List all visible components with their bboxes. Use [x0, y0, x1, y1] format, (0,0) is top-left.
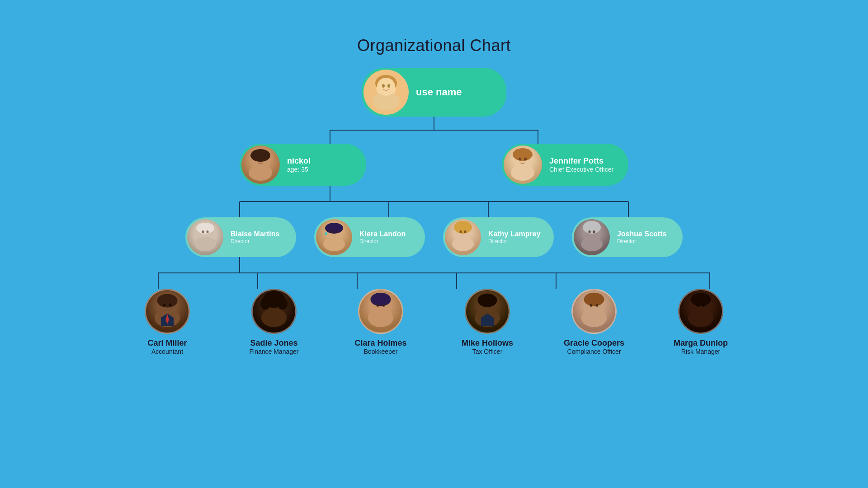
- svg-point-11: [249, 164, 272, 181]
- connector-l2-l3: [118, 257, 750, 289]
- connector-root-l1: [118, 117, 750, 144]
- svg-point-71: [370, 293, 391, 306]
- connector-l1-l2: [118, 186, 750, 217]
- svg-point-45: [589, 230, 591, 233]
- page-title: Organizational Chart: [0, 0, 868, 55]
- svg-point-57: [157, 294, 177, 307]
- level2-avatar-0: [187, 219, 223, 255]
- level3-name-5: Marga Dunlop: [674, 338, 728, 348]
- level3-avatar-4: [571, 289, 617, 334]
- level2-node-1-text: Kiera Landon Director: [354, 226, 416, 248]
- svg-point-17: [513, 148, 533, 161]
- svg-point-73: [382, 304, 385, 307]
- level2-avatar-1: [316, 219, 352, 255]
- level3-avatar-3: [465, 289, 510, 334]
- level1-name-1: Jennifer Potts: [549, 156, 613, 166]
- level3-name-2: Clara Holmes: [354, 338, 406, 348]
- svg-point-16: [511, 164, 534, 181]
- svg-point-33: [325, 223, 343, 234]
- level1-node-0[interactable]: nickol age: 35: [240, 144, 366, 186]
- svg-point-4: [382, 84, 385, 88]
- svg-point-41: [464, 230, 467, 233]
- level3-avatar-5: [678, 289, 723, 334]
- level3-avatar-2: [358, 289, 403, 334]
- level2-role-2: Director: [488, 238, 541, 244]
- level2-node-2[interactable]: Kathy Lamprey Director: [443, 217, 554, 257]
- level3-role-5: Risk Manager: [681, 348, 720, 355]
- svg-point-86: [688, 308, 713, 327]
- level2-node-3-text: Joshua Scotts Director: [612, 226, 677, 248]
- level3-item-1[interactable]: Sadie Jones Finance Manager: [224, 289, 324, 355]
- svg-point-30: [207, 230, 209, 233]
- level3-role-0: Accountant: [151, 348, 183, 355]
- level2-role-1: Director: [359, 238, 406, 244]
- svg-point-36: [325, 232, 327, 235]
- level-2-row: Blaise Martins Director: [185, 217, 683, 257]
- svg-point-76: [477, 294, 497, 307]
- level3-name-4: Gracie Coopers: [564, 338, 624, 348]
- level3-avatar-0: [145, 289, 190, 334]
- level3-avatar-1: [251, 289, 297, 334]
- level-0-row: use name: [118, 68, 750, 117]
- root-name: use name: [416, 86, 462, 98]
- root-node[interactable]: use name: [362, 68, 506, 117]
- svg-point-68: [276, 304, 278, 307]
- level3-name-0: Carl Miller: [147, 338, 187, 348]
- level1-node-0-text: nickol age: 35: [282, 153, 321, 177]
- svg-point-66: [278, 298, 288, 310]
- svg-point-63: [261, 308, 287, 327]
- svg-point-88: [697, 304, 699, 307]
- level2-role-0: Director: [231, 238, 279, 244]
- svg-point-70: [368, 308, 393, 327]
- svg-point-32: [323, 237, 345, 251]
- level3-role-3: Tax Officer: [472, 348, 503, 355]
- level2-name-3: Joshua Scotts: [617, 230, 666, 238]
- svg-point-46: [593, 230, 595, 233]
- chart-wrapper: use name: [118, 68, 750, 355]
- svg-point-34: [331, 230, 333, 233]
- svg-point-18: [519, 158, 521, 161]
- level3-role-2: Bookkeeper: [364, 348, 398, 355]
- svg-point-27: [194, 237, 216, 251]
- svg-point-78: [489, 304, 492, 307]
- svg-point-5: [387, 84, 390, 88]
- level3-name-1: Sadie Jones: [250, 338, 297, 348]
- level2-avatar-2: [445, 219, 481, 255]
- level1-avatar-1: [504, 145, 542, 184]
- level2-node-0-text: Blaise Martins Director: [225, 226, 290, 248]
- level1-role-0: age: 35: [287, 166, 311, 173]
- level2-node-3[interactable]: Joshua Scotts Director: [572, 217, 683, 257]
- svg-point-82: [584, 293, 604, 306]
- svg-point-84: [596, 304, 599, 307]
- svg-point-14: [262, 158, 264, 161]
- svg-point-19: [524, 158, 527, 161]
- level3-item-4[interactable]: Gracie Coopers Compliance Officer: [544, 289, 644, 355]
- level1-name-0: nickol: [287, 156, 311, 166]
- level-1-row: nickol age: 35 Jennifer Potts: [240, 144, 628, 186]
- level3-item-5[interactable]: Marga Dunlop Risk Manager: [651, 289, 750, 355]
- level1-node-1-text: Jennifer Potts Chief Executive Officer: [544, 153, 624, 177]
- svg-point-59: [169, 304, 172, 307]
- svg-point-65: [260, 298, 271, 310]
- level2-avatar-3: [574, 219, 610, 255]
- level2-node-0[interactable]: Blaise Martins Director: [185, 217, 296, 257]
- level3-role-1: Finance Manager: [250, 348, 299, 355]
- level3-item-2[interactable]: Clara Holmes Bookkeeper: [331, 289, 430, 355]
- svg-rect-79: [481, 318, 494, 326]
- svg-point-39: [454, 221, 472, 234]
- svg-point-29: [202, 230, 204, 233]
- level1-avatar-0: [241, 145, 280, 184]
- svg-point-87: [690, 293, 711, 306]
- level2-node-1[interactable]: Kiera Landon Director: [314, 217, 425, 257]
- svg-point-58: [163, 304, 166, 307]
- svg-point-28: [196, 223, 214, 234]
- level2-name-0: Blaise Martins: [231, 230, 279, 238]
- svg-point-3: [377, 78, 395, 96]
- level1-node-1[interactable]: Jennifer Potts Chief Executive Officer: [502, 144, 628, 186]
- root-node-text: use name: [410, 83, 473, 102]
- level3-item-0[interactable]: Carl Miller Accountant: [118, 289, 217, 355]
- svg-point-77: [483, 304, 486, 307]
- level3-role-4: Compliance Officer: [567, 348, 621, 355]
- level3-item-3[interactable]: Mike Hollows Tax Officer: [438, 289, 537, 355]
- level-3-row: Carl Miller Accountant Sa: [118, 289, 750, 355]
